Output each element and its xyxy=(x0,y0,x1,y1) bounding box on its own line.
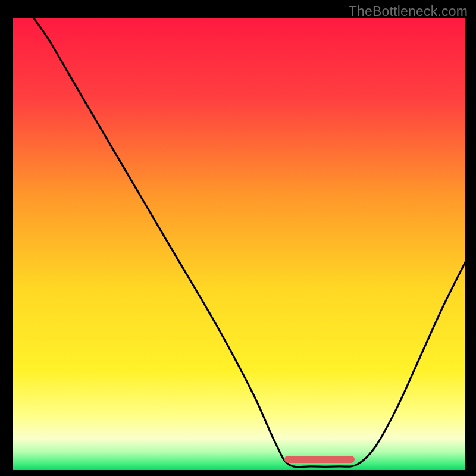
optimal-range-marker xyxy=(284,456,355,463)
chart-container xyxy=(13,18,465,470)
bottleneck-curve xyxy=(13,18,465,470)
watermark-text: TheBottleneck.com xyxy=(349,4,468,20)
